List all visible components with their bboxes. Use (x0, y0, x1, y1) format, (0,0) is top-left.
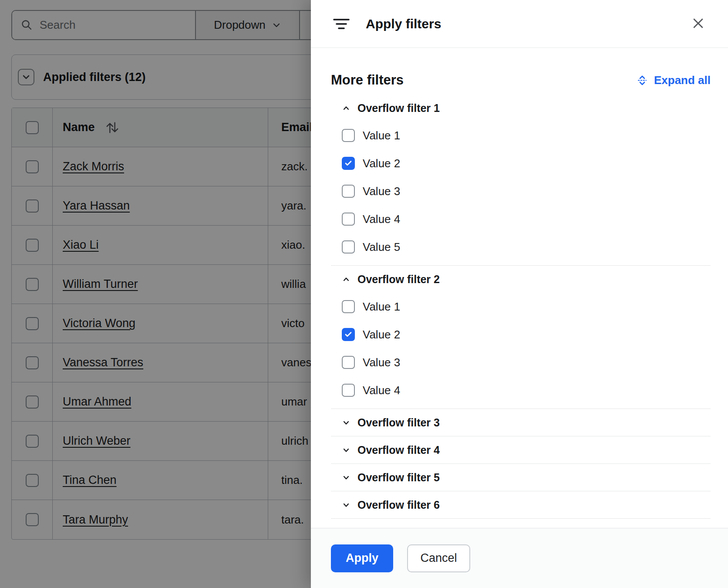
option-label: Value 1 (363, 129, 400, 142)
chevron-icon (342, 501, 351, 509)
filter-section-label: Overflow filter 5 (357, 471, 440, 484)
option-label: Value 4 (363, 384, 400, 397)
panel-body: More filters Expand all Overflow filter … (311, 48, 728, 528)
filter-section: Overflow filter 4 (331, 436, 711, 463)
option-checkbox[interactable] (342, 384, 355, 397)
filter-section-label: Overflow filter 4 (357, 444, 440, 456)
filter-section-header[interactable]: Overflow filter 3 (331, 409, 711, 436)
option-label: Value 4 (363, 213, 400, 226)
option-label: Value 3 (363, 356, 400, 369)
filter-option-row[interactable]: Value 1 (331, 293, 711, 321)
option-checkbox[interactable] (342, 356, 355, 369)
filter-section: Overflow filter 5 (331, 463, 711, 491)
apply-button[interactable]: Apply (331, 544, 393, 572)
option-checkbox[interactable] (342, 157, 355, 170)
expand-all-button[interactable]: Expand all (637, 74, 711, 87)
panel-header: Apply filters (311, 0, 728, 48)
option-label: Value 2 (363, 157, 400, 170)
close-icon (692, 17, 704, 29)
screen: Dropdown Applied filters (12) (0, 0, 728, 588)
filter-section-label: Overflow filter 3 (357, 416, 440, 429)
close-button[interactable] (691, 16, 705, 30)
filter-section: Overflow filter 1 Value 1 Value 2 Value … (331, 95, 711, 265)
cancel-button[interactable]: Cancel (407, 544, 470, 572)
chevron-icon (342, 419, 351, 427)
filter-option-row[interactable]: Value 1 (331, 122, 711, 149)
filter-section-header[interactable]: Overflow filter 4 (331, 436, 711, 463)
filter-option-row[interactable]: Value 3 (331, 348, 711, 376)
filter-icon (333, 18, 350, 30)
filter-option-row[interactable]: Value 5 (331, 233, 711, 261)
filter-option-row[interactable]: Value 4 (331, 376, 711, 404)
apply-filters-panel: Apply filters More filters Expand all (311, 0, 728, 588)
option-label: Value 3 (363, 185, 400, 198)
option-checkbox[interactable] (342, 300, 355, 313)
option-label: Value 5 (363, 240, 400, 254)
option-label: Value 1 (363, 300, 400, 314)
filter-section-label: Overflow filter 1 (357, 102, 440, 115)
filter-option-row[interactable]: Value 3 (331, 177, 711, 205)
chevron-icon (342, 473, 351, 482)
chevron-icon (342, 275, 351, 284)
filter-section-header[interactable]: Overflow filter 5 (331, 464, 711, 491)
chevron-icon (342, 104, 351, 112)
chevron-icon (342, 446, 351, 454)
filter-option-row[interactable]: Value 4 (331, 205, 711, 233)
option-checkbox[interactable] (342, 185, 355, 198)
more-filters-row: More filters Expand all (331, 68, 711, 92)
option-checkbox[interactable] (342, 213, 355, 226)
filter-section-label: Overflow filter 6 (357, 499, 440, 511)
filter-section: Overflow filter 6 (331, 491, 711, 518)
option-checkbox[interactable] (342, 240, 355, 253)
filter-section: Overflow filter 2 Value 1 Value 2 Value … (331, 265, 711, 409)
filter-option-row[interactable]: Value 2 (331, 149, 711, 177)
filter-section-header[interactable]: Overflow filter 1 (331, 95, 711, 122)
filter-section: Overflow filter 3 (331, 409, 711, 436)
option-checkbox[interactable] (342, 328, 355, 341)
filter-section-label: Overflow filter 2 (357, 273, 440, 286)
filter-option-row[interactable]: Value 2 (331, 321, 711, 348)
option-checkbox[interactable] (342, 129, 355, 142)
filter-section-header[interactable]: Overflow filter 2 (331, 266, 711, 293)
panel-title: Apply filters (366, 0, 441, 48)
filter-sections-list: Overflow filter 1 Value 1 Value 2 Value … (331, 95, 711, 519)
filter-section-header[interactable]: Overflow filter 6 (331, 491, 711, 518)
option-label: Value 2 (363, 328, 400, 341)
panel-footer: Apply Cancel (311, 528, 728, 588)
expand-all-icon (637, 74, 648, 86)
more-filters-heading: More filters (331, 72, 404, 88)
